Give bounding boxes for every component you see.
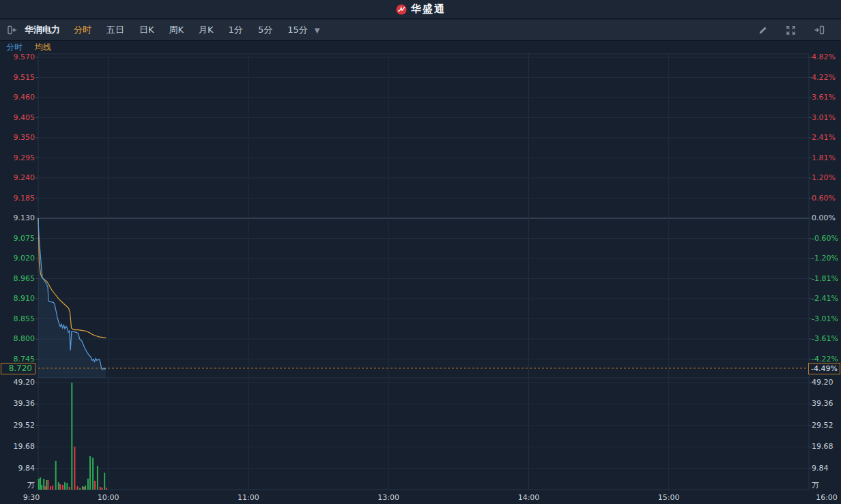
chart-legend: 分时 均线 xyxy=(0,42,841,53)
price-axis-label: 8.910 xyxy=(0,295,35,303)
time-axis-label: 9:30 xyxy=(23,493,40,502)
price-axis-label: 9.185 xyxy=(0,194,35,203)
tab-month-k[interactable]: 月K xyxy=(199,24,214,36)
minute-chart-canvas[interactable] xyxy=(0,0,841,504)
pct-axis-label: -1.81% xyxy=(812,275,838,283)
pct-axis-label: 1.20% xyxy=(812,174,836,182)
tab-1min[interactable]: 1分 xyxy=(229,24,243,36)
price-axis-label: 9.240 xyxy=(0,174,35,182)
pct-axis-label: -4.22% xyxy=(812,355,838,364)
price-axis-label: 9.350 xyxy=(0,134,35,142)
price-axis-label: 9.020 xyxy=(0,254,35,263)
pct-axis-label: 4.22% xyxy=(812,74,836,82)
panel-expand-right-icon[interactable] xyxy=(814,25,825,35)
pct-axis-label: -2.41% xyxy=(812,295,838,303)
stock-name: 华润电力 xyxy=(25,24,60,36)
pct-axis-label: -0.60% xyxy=(812,235,838,243)
volume-axis-label: 49.20 xyxy=(0,379,35,387)
price-axis-label: 9.460 xyxy=(0,93,35,102)
time-axis-label: 13:00 xyxy=(377,493,399,502)
price-axis-label: 9.075 xyxy=(0,235,35,243)
time-axis-label: 15:00 xyxy=(658,493,680,502)
pct-axis-label: 4.82% xyxy=(812,53,836,61)
price-axis-label: 8.965 xyxy=(0,275,35,283)
price-axis-label: 8.800 xyxy=(0,335,35,343)
pct-axis-label: -1.20% xyxy=(812,254,838,263)
pct-axis-label: 1.81% xyxy=(812,154,836,162)
axis-labels-layer: 9.5704.82%9.5154.22%9.4603.61%9.4053.01%… xyxy=(0,0,841,504)
volume-axis-label: 39.36 xyxy=(812,400,833,408)
volume-axis-label: 19.68 xyxy=(0,443,35,451)
draw-pencil-icon[interactable] xyxy=(758,25,768,35)
pct-axis-label: 0.00% xyxy=(812,214,836,222)
fullscreen-expand-icon[interactable] xyxy=(786,25,796,35)
price-axis-label: 8.855 xyxy=(0,315,35,323)
pct-axis-label: 3.61% xyxy=(812,93,836,102)
trading-app-window: 华盛通 华润电力 分时 五日 日K 周K 月K 1分 5分 15分 ▼ xyxy=(0,0,841,504)
legend-fenshi-line[interactable]: 分时 xyxy=(6,42,23,53)
volume-axis-label: 19.68 xyxy=(812,443,833,451)
time-axis-label: 10:00 xyxy=(98,493,119,502)
volume-axis-label: 9.84 xyxy=(0,464,35,473)
volume-axis-label: 39.36 xyxy=(0,400,35,408)
price-axis-label: 8.745 xyxy=(0,355,35,364)
tab-fenshi[interactable]: 分时 xyxy=(74,24,91,36)
volume-axis-label: 29.52 xyxy=(0,421,35,430)
price-axis-label: 9.570 xyxy=(0,53,35,61)
chart-toolbar: 华润电力 分时 五日 日K 周K 月K 1分 5分 15分 ▼ xyxy=(0,20,841,41)
tab-week-k[interactable]: 周K xyxy=(169,24,184,36)
tab-5min[interactable]: 5分 xyxy=(258,24,272,36)
pct-axis-label: 3.01% xyxy=(812,114,836,122)
time-axis-label: 11:00 xyxy=(238,493,259,502)
volume-unit-label: 万 xyxy=(812,481,819,490)
price-axis-label: 9.405 xyxy=(0,114,35,122)
panel-collapse-left-icon[interactable] xyxy=(7,25,18,35)
time-axis-label: 16:00 xyxy=(816,493,838,502)
time-axis-label: 14:00 xyxy=(518,493,540,502)
volume-axis-label: 49.20 xyxy=(812,379,833,387)
tab-day-k[interactable]: 日K xyxy=(139,24,154,36)
legend-average-line[interactable]: 均线 xyxy=(35,42,51,53)
huashengtong-logo-icon xyxy=(395,3,408,16)
volume-unit-label: 万 xyxy=(0,481,35,490)
app-title: 华盛通 xyxy=(411,3,446,16)
app-logo: 华盛通 xyxy=(395,3,446,16)
volume-axis-label: 9.84 xyxy=(812,464,829,473)
pct-axis-label: -3.61% xyxy=(812,335,838,343)
volume-axis-label: 29.52 xyxy=(812,421,833,430)
price-axis-label: 9.295 xyxy=(0,154,35,162)
chevron-down-icon[interactable]: ▼ xyxy=(315,27,320,34)
tab-5day[interactable]: 五日 xyxy=(106,24,124,36)
price-axis-label: 9.130 xyxy=(0,214,35,222)
tab-15min[interactable]: 15分 xyxy=(287,24,308,36)
pct-axis-label: 2.41% xyxy=(812,134,836,142)
app-titlebar: 华盛通 xyxy=(0,0,841,19)
pct-axis-label: 0.60% xyxy=(812,194,836,203)
pct-axis-label: -3.01% xyxy=(812,315,838,323)
current-change-badge: -4.49% xyxy=(808,363,840,374)
current-price-badge: 8.720 xyxy=(1,363,35,374)
price-axis-label: 9.515 xyxy=(0,74,35,82)
